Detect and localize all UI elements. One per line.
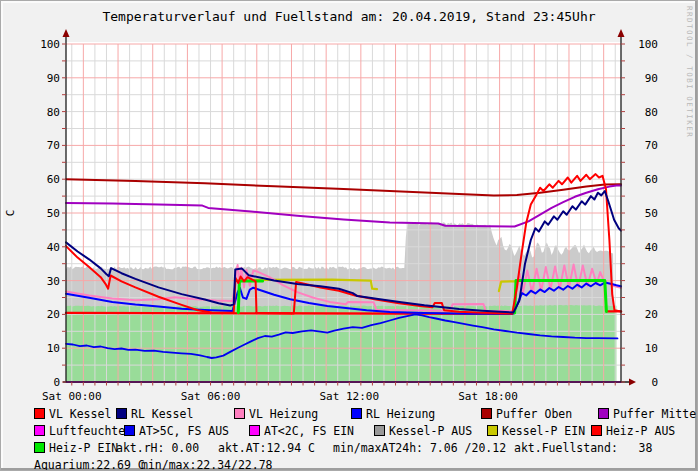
y2-tick-label: 70 xyxy=(645,139,658,152)
y2-tick-label: 40 xyxy=(645,241,658,254)
y2-tick-label: 100 xyxy=(638,38,658,51)
x-tick-label: Sat 06:00 xyxy=(181,390,241,403)
y2-tick-label: 50 xyxy=(645,207,658,220)
y2-tick-label: 20 xyxy=(645,308,658,321)
y-tick-label: 50 xyxy=(47,207,60,220)
y-tick-label: 0 xyxy=(53,376,60,389)
y2-axis-arrow xyxy=(618,29,625,37)
y-tick-label: 80 xyxy=(47,106,60,119)
y2-tick-label: 0 xyxy=(651,376,658,389)
x-tick-label: Sat 12:00 xyxy=(319,390,379,403)
y2-tick-label: 90 xyxy=(645,72,658,85)
y-tick-label: 100 xyxy=(40,38,60,51)
rrdtool-graph-panel: Temperaturverlauf und Fuellstand am: 20.… xyxy=(0,0,698,471)
x-tick-label: Sat 18:00 xyxy=(458,390,518,403)
y-tick-label: 30 xyxy=(47,275,60,288)
y-axis-title: C xyxy=(4,210,17,217)
y-tick-label: 10 xyxy=(47,342,60,355)
grid-lines xyxy=(66,44,621,382)
chart-canvas: 0010102020303040405050606070708080909010… xyxy=(1,1,698,471)
y2-tick-label: 10 xyxy=(645,342,658,355)
y-tick-label: 90 xyxy=(47,72,60,85)
y2-tick-label: 30 xyxy=(645,275,658,288)
y-tick-label: 70 xyxy=(47,139,60,152)
x-axis-arrow xyxy=(629,379,636,386)
x-tick-label: Sat 00:00 xyxy=(42,390,102,403)
y-tick-label: 40 xyxy=(47,241,60,254)
y-tick-label: 60 xyxy=(47,173,60,186)
y-axis-arrow xyxy=(63,29,70,37)
y-tick-label: 20 xyxy=(47,308,60,321)
y2-tick-label: 80 xyxy=(645,106,658,119)
y2-tick-label: 60 xyxy=(645,173,658,186)
